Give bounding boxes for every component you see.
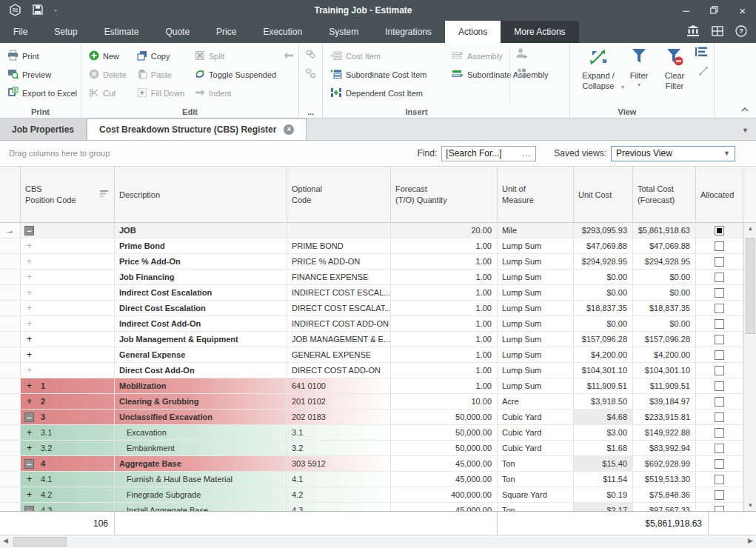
paste-button[interactable]: Paste	[134, 65, 187, 84]
table-row[interactable]: +Indirect Cost EscalationINDIRECT COST E…	[0, 285, 756, 301]
allocated-cell[interactable]	[696, 456, 743, 471]
allocated-cell[interactable]	[696, 363, 743, 378]
unit-cost-cell[interactable]: $3.00	[574, 425, 633, 440]
horizontal-scroll-thumb[interactable]	[13, 537, 67, 547]
restore-button[interactable]	[710, 6, 718, 16]
allocated-cell[interactable]	[696, 487, 743, 502]
description-cell[interactable]: JOB	[115, 223, 287, 238]
table-row[interactable]: −4.3Install Aggregate Base4.345,000.00To…	[0, 503, 756, 511]
description-cell[interactable]: Direct Cost Escalation	[115, 301, 287, 315]
allocated-cell[interactable]	[696, 285, 743, 300]
description-cell[interactable]: Indirect Cost Add-On	[115, 316, 287, 331]
filter-button[interactable]: Filter ▾	[622, 44, 656, 92]
unit-of-measure-cell[interactable]: Ton	[498, 456, 574, 471]
optional-code-cell[interactable]: FINANCE EXPENSE	[287, 270, 391, 284]
allocated-checkbox[interactable]	[715, 428, 724, 438]
description-cell[interactable]: Prime Bond	[115, 238, 287, 253]
print-button[interactable]: Print	[4, 47, 80, 65]
total-cost-cell[interactable]: $11,909.51	[633, 378, 696, 393]
allocated-checkbox[interactable]	[715, 319, 724, 329]
forecast-quantity-cell[interactable]: 400,000.00	[391, 487, 498, 502]
allocated-checkbox[interactable]	[715, 304, 724, 313]
total-cost-cell[interactable]: $0.00	[633, 285, 696, 300]
allocated-cell[interactable]	[696, 394, 743, 409]
cbs-position-code-cell[interactable]: +	[21, 332, 115, 347]
unit-cost-cell[interactable]: $4,200.00	[574, 347, 633, 362]
unit-of-measure-cell[interactable]: Ton	[498, 503, 574, 511]
optional-code-cell[interactable]: PRICE % ADD-ON	[287, 254, 391, 269]
link-button[interactable]	[304, 47, 318, 65]
total-cost-cell[interactable]: $104,301.10	[633, 363, 696, 378]
optional-code-cell[interactable]: 3.1	[287, 425, 391, 440]
unit-of-measure-cell[interactable]: Lump Sum	[498, 332, 574, 347]
expand-icon[interactable]: +	[24, 257, 34, 267]
export-to-excel-button[interactable]: X Export to Excel	[4, 84, 80, 102]
cbs-position-code-cell[interactable]: +	[21, 347, 115, 362]
allocated-checkbox[interactable]	[715, 506, 724, 512]
unit-cost-cell[interactable]: $104,301.10	[574, 363, 633, 378]
description-cell[interactable]: Aggregate Base	[115, 456, 287, 471]
horizontal-scrollbar[interactable]: ◀ ▶	[0, 535, 756, 548]
resize-columns-button[interactable]	[698, 65, 709, 79]
unit-cost-cell[interactable]: $3,918.50	[574, 394, 633, 409]
header-unit-cost[interactable]: Unit Cost	[574, 167, 633, 223]
table-row[interactable]: −4Aggregate Base303 591245,000.00Ton$15.…	[0, 456, 756, 472]
assembly-button[interactable]: Assembly	[449, 47, 560, 65]
expand-icon[interactable]: +	[24, 350, 34, 360]
expand-icon[interactable]: +	[24, 304, 34, 313]
cbs-position-code-cell[interactable]: +	[21, 238, 115, 253]
optional-code-cell[interactable]: GENERAL EXPENSE	[287, 347, 391, 362]
scroll-up-icon[interactable]: ▲	[744, 225, 756, 232]
forecast-quantity-cell[interactable]: 1.00	[391, 285, 498, 300]
cbs-position-code-cell[interactable]: +	[21, 316, 115, 331]
cbs-position-code-cell[interactable]: +	[21, 254, 115, 269]
allocated-checkbox[interactable]	[715, 490, 724, 500]
allocated-cell[interactable]	[696, 332, 743, 347]
unit-cost-cell[interactable]: $2.17	[574, 503, 633, 511]
menu-more-actions[interactable]: More Actions	[501, 21, 578, 43]
optional-code-cell[interactable]: 4.3	[287, 503, 391, 511]
description-cell[interactable]: Price % Add-On	[115, 254, 287, 269]
unit-cost-cell[interactable]: $1.68	[574, 441, 633, 455]
scroll-right-icon[interactable]: ▶	[748, 537, 753, 544]
description-cell[interactable]: Excavation	[115, 425, 287, 440]
new-button[interactable]: New	[86, 47, 130, 65]
indent-button[interactable]: Indent	[192, 84, 279, 102]
menu-file[interactable]: File	[0, 21, 41, 43]
total-cost-cell[interactable]: $39,184.97	[633, 394, 696, 409]
unit-cost-cell[interactable]: $4.68	[574, 410, 633, 424]
description-cell[interactable]: Mobilization	[115, 378, 287, 393]
description-cell[interactable]: Install Aggregate Base	[115, 503, 287, 511]
forecast-quantity-cell[interactable]: 1.00	[391, 301, 498, 315]
cbs-position-code-cell[interactable]: −3	[21, 410, 115, 424]
total-cost-cell[interactable]: $97,567.33	[633, 503, 696, 511]
unit-of-measure-cell[interactable]: Acre	[498, 394, 574, 409]
subordinate-assembly-button[interactable]: Subordinate Assembly	[449, 65, 560, 84]
allocated-cell[interactable]	[696, 223, 743, 238]
expand-icon[interactable]: +	[24, 381, 34, 391]
description-cell[interactable]: Indirect Cost Escalation	[115, 285, 287, 300]
expand-icon[interactable]: +	[24, 366, 34, 375]
total-cost-cell[interactable]: $0.00	[633, 316, 696, 331]
scroll-left-icon[interactable]: ◀	[3, 537, 8, 544]
unit-cost-cell[interactable]: $0.19	[574, 487, 633, 502]
unit-of-measure-cell[interactable]: Lump Sum	[498, 285, 574, 300]
optional-code-cell[interactable]: DIRECT COST ADD-ON	[287, 363, 391, 378]
unit-cost-cell[interactable]: $11.54	[574, 472, 633, 487]
expand-icon[interactable]: +	[24, 475, 34, 484]
forecast-quantity-cell[interactable]: 45,000.00	[391, 472, 498, 487]
cbs-position-code-cell[interactable]: −4.3	[21, 503, 115, 511]
optional-code-cell[interactable]: 202 0183	[287, 410, 391, 424]
delete-button[interactable]: Delete	[86, 65, 130, 84]
optional-code-cell[interactable]: INDIRECT COST ADD-ON	[287, 316, 391, 331]
total-cost-cell[interactable]: $18,837.35	[633, 301, 696, 315]
allocated-cell[interactable]	[696, 270, 743, 284]
expand-icon[interactable]: +	[24, 428, 34, 438]
total-cost-cell[interactable]: $0.00	[633, 270, 696, 284]
menu-quote[interactable]: Quote	[152, 21, 203, 43]
unit-of-measure-cell[interactable]: Ton	[498, 472, 574, 487]
header-optional-code[interactable]: Optional Code	[287, 167, 391, 223]
vertical-scroll-thumb[interactable]	[746, 238, 755, 334]
menu-estimate[interactable]: Estimate	[91, 21, 153, 43]
unit-cost-cell[interactable]: $0.00	[574, 285, 633, 300]
